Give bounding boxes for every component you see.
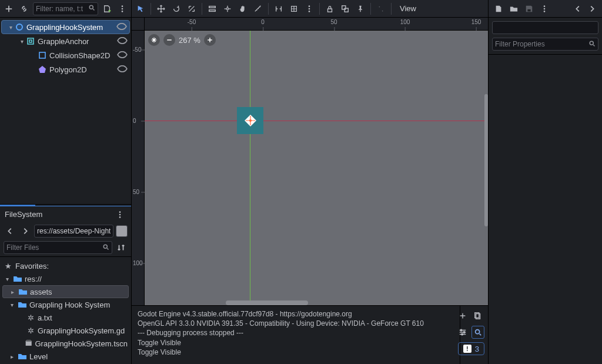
filesystem-filter-field[interactable] (4, 241, 112, 254)
smart-snap-button[interactable] (272, 2, 285, 15)
output-clear-button[interactable] (456, 309, 469, 322)
scale-tool-button[interactable] (185, 2, 198, 15)
pan-tool-button[interactable] (236, 2, 249, 15)
filesystem-menu-button[interactable] (113, 208, 126, 221)
scene-menu-button[interactable] (116, 2, 129, 15)
expand-icon[interactable]: ▾ (8, 302, 15, 308)
output-log[interactable]: Godot Engine v4.3.stable.official.77dcf9… (132, 306, 460, 364)
fs-folder[interactable]: ▸ assets (2, 285, 129, 298)
scene-tree[interactable]: ▾ GrapplingHookSystem ▾ GrappleAnchor Co… (0, 18, 131, 79)
group-button[interactable] (339, 2, 352, 15)
scene-node[interactable]: CollisionShape2D (1, 48, 130, 62)
visibility-toggle[interactable] (117, 49, 128, 62)
visibility-toggle[interactable] (117, 64, 128, 76)
viewport-toolbar: View (132, 0, 488, 18)
viewport-canvas[interactable]: -50 0 50 100 150 -50 0 50 100 267 % (132, 18, 488, 305)
visibility-toggle[interactable] (116, 21, 127, 34)
pivot-tool-button[interactable] (221, 2, 234, 15)
axis-x (145, 121, 488, 121)
gear-icon: ✲ (26, 313, 35, 322)
search-icon (588, 40, 596, 49)
snap-options-button[interactable] (303, 2, 316, 15)
expand-icon[interactable]: ▾ (18, 38, 26, 45)
filesystem-sort-button[interactable] (115, 241, 128, 254)
search-icon (102, 243, 109, 252)
scene-node-root[interactable]: ▾ GrapplingHookSystem (1, 20, 130, 34)
move-tool-button[interactable] (155, 2, 168, 15)
fs-folder[interactable]: ▸ Level (2, 350, 129, 363)
expand-icon[interactable]: ▸ (9, 289, 16, 295)
fs-folder[interactable]: ▾ res:// (2, 272, 129, 285)
fs-file[interactable]: ✲ GrapplingHookSystem.gd (2, 324, 129, 337)
history-back-button[interactable] (571, 2, 584, 15)
scene-icon (25, 339, 32, 348)
svg-point-32 (544, 8, 546, 9)
expand-icon[interactable]: ▾ (4, 276, 11, 282)
path-field[interactable] (34, 225, 113, 238)
inspector-save-button[interactable] (523, 2, 536, 15)
folder-icon (18, 352, 27, 361)
skeleton-button[interactable] (374, 2, 387, 15)
svg-point-10 (119, 216, 121, 218)
path-forward-button[interactable] (19, 225, 32, 238)
svg-point-4 (16, 24, 22, 30)
expand-icon[interactable]: ▾ (6, 24, 15, 31)
collisionshape-icon (38, 51, 47, 60)
node2d-icon (15, 22, 24, 32)
inspector-open-button[interactable] (507, 2, 520, 15)
inspector-new-button[interactable] (492, 2, 505, 15)
svg-point-8 (119, 211, 121, 213)
path-back-button[interactable] (4, 225, 16, 238)
rotate-tool-button[interactable] (170, 2, 183, 15)
folder-icon (13, 274, 22, 283)
scene-node[interactable]: ▾ GrappleAnchor (1, 34, 130, 48)
expand-icon[interactable]: ▸ (8, 353, 15, 360)
polygon2d-icon (38, 65, 47, 74)
list-select-button[interactable] (206, 2, 219, 15)
history-forward-button[interactable] (586, 2, 598, 15)
fs-file[interactable]: GrapplingHookSystem.tscn (2, 337, 129, 350)
visibility-toggle[interactable] (117, 35, 128, 48)
error-count-pill[interactable]: ! 3 (458, 342, 484, 355)
fs-folder[interactable]: ▾ Grappling Hook System (2, 298, 129, 311)
inspector-filter-field[interactable] (492, 38, 598, 51)
scene-filter-field[interactable] (33, 2, 98, 15)
path-preview[interactable] (116, 225, 128, 237)
zoom-out-button[interactable] (163, 34, 175, 46)
filesystem-header: FileSystem (0, 206, 131, 222)
inspector-menu-button[interactable] (538, 2, 551, 15)
scene-object[interactable] (237, 107, 263, 134)
svg-point-17 (309, 8, 310, 9)
output-search-button[interactable] (471, 326, 484, 339)
svg-rect-12 (26, 342, 32, 346)
fs-label: assets (30, 288, 52, 296)
lock-button[interactable] (323, 2, 336, 15)
viewport-hscroll[interactable] (226, 300, 488, 305)
attach-script-button[interactable] (101, 2, 113, 15)
fs-label: Level (29, 352, 48, 361)
svg-point-2 (122, 8, 123, 9)
svg-point-31 (544, 5, 546, 7)
svg-rect-7 (39, 52, 45, 58)
output-settings-button[interactable] (456, 326, 469, 339)
ruler-tool-button[interactable] (252, 2, 265, 15)
output-copy-button[interactable] (471, 309, 484, 322)
add-node-button[interactable] (2, 2, 15, 15)
inspector-object-select[interactable] (492, 21, 598, 34)
pin-button[interactable] (354, 2, 367, 15)
view-menu-button[interactable]: View (395, 2, 421, 15)
link-node-button[interactable] (18, 2, 31, 15)
star-icon: ★ (4, 261, 13, 271)
scene-node[interactable]: Polygon2D (1, 62, 130, 76)
favorites-row[interactable]: ★ Favorites: (2, 259, 129, 272)
svg-rect-13 (209, 6, 216, 8)
node-label: Polygon2D (49, 65, 117, 74)
viewport-vscroll[interactable] (484, 94, 488, 226)
grid-snap-button[interactable] (287, 2, 300, 15)
filesystem-tree[interactable]: ★ Favorites: ▾ res:// ▸ assets ▾ Grappli… (0, 256, 131, 364)
select-tool-button[interactable] (134, 2, 147, 15)
fs-file[interactable]: ✲ a.txt (2, 311, 129, 324)
zoom-reset-button[interactable] (148, 34, 160, 46)
fs-label: GrapplingHookSystem.tscn (35, 339, 128, 348)
zoom-in-button[interactable] (204, 34, 216, 46)
